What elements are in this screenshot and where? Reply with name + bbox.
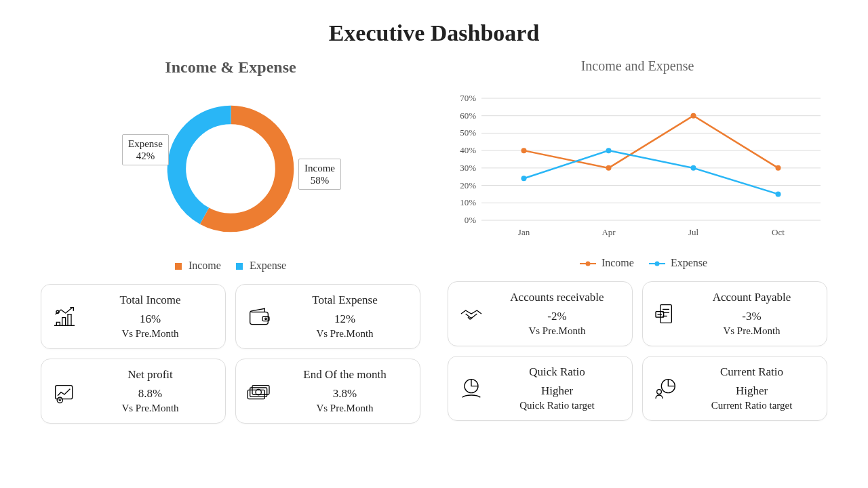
- svg-point-34: [776, 165, 781, 171]
- metric-card: Total Income16%Vs Pre.Month: [41, 284, 226, 349]
- metric-card-title: Total Expense: [281, 292, 409, 308]
- legend-marker-income: [580, 263, 596, 264]
- money-growth-icon: [50, 302, 79, 331]
- metric-card-sub: Vs Pre.Month: [281, 401, 409, 415]
- left-column: Income & Expense Income 58% Expense 42%: [41, 53, 420, 424]
- svg-text:Apr: Apr: [601, 227, 616, 237]
- metric-card-text: Net profit8.8%Vs Pre.Month: [86, 367, 214, 416]
- svg-point-38: [776, 191, 781, 197]
- metric-card-sub: Quick Ratio target: [493, 399, 621, 413]
- svg-point-36: [606, 148, 612, 153]
- svg-rect-5: [56, 386, 73, 399]
- donut-legend: Income Expense: [41, 260, 420, 272]
- metric-card-value: 8.8%: [86, 386, 214, 402]
- metric-card-text: Account Payable-3%Vs Pre.Month: [688, 289, 816, 339]
- metric-card: End Of the month3.8%Vs Pre.Month: [235, 359, 420, 424]
- metric-card-value: Higher: [493, 383, 621, 399]
- metric-card-value: 3.8%: [281, 386, 409, 402]
- donut-income-label-name: Income: [304, 162, 335, 174]
- wallet-icon: [244, 302, 274, 331]
- svg-text:Jan: Jan: [518, 227, 530, 237]
- donut-legend-income: Income: [189, 260, 221, 271]
- svg-text:30%: 30%: [460, 163, 476, 173]
- metric-card: Current RatioHigherCurrent Ratio target: [642, 356, 827, 421]
- line-legend: Income Expense: [448, 257, 827, 269]
- metric-card: Quick RatioHigherQuick Ratio target: [448, 356, 633, 421]
- metric-card-sub: Vs Pre.Month: [493, 324, 621, 338]
- svg-text:20%: 20%: [460, 180, 476, 190]
- metric-card-title: Quick Ratio: [493, 364, 621, 380]
- svg-text:70%: 70%: [460, 93, 476, 103]
- metric-card-title: Net profit: [86, 367, 214, 383]
- line-chart: 0%10%20%30%40%50%60%70%JanAprJulOct: [448, 78, 827, 254]
- donut-chart-title: Income & Expense: [41, 58, 420, 77]
- metric-card-value: Higher: [688, 383, 816, 399]
- pie-person-icon: [651, 373, 681, 403]
- svg-text:0%: 0%: [465, 215, 477, 225]
- metric-card-sub: Current Ratio target: [688, 399, 816, 413]
- metric-card-text: Total Income16%Vs Pre.Month: [86, 292, 214, 342]
- metric-card-title: Accounts receivable: [493, 289, 621, 306]
- donut-legend-expense: Expense: [250, 260, 286, 271]
- line-legend-income: Income: [601, 257, 634, 268]
- svg-text:40%: 40%: [460, 145, 476, 155]
- page-title: Executive Dashboard: [41, 20, 827, 46]
- metric-card-title: Account Payable: [688, 289, 816, 306]
- donut-expense-label: Expense 42%: [122, 134, 169, 165]
- svg-text:60%: 60%: [460, 110, 476, 121]
- receipt-icon: [651, 299, 681, 329]
- pie-hand-icon: [456, 373, 486, 403]
- metric-card-title: Current Ratio: [688, 364, 816, 380]
- svg-point-4: [265, 318, 267, 320]
- right-column: Income and Expense 0%10%20%30%40%50%60%7…: [448, 53, 827, 424]
- svg-text:Jul: Jul: [688, 227, 699, 237]
- svg-point-32: [606, 165, 612, 171]
- svg-rect-39: [660, 305, 672, 323]
- left-cards: Total Income16%Vs Pre.MonthTotal Expense…: [41, 284, 420, 424]
- metric-card-text: Current RatioHigherCurrent Ratio target: [688, 364, 816, 413]
- metric-card-text: Accounts receivable-2%Vs Pre.Month: [493, 289, 621, 339]
- svg-point-37: [691, 165, 696, 171]
- cash-stack-icon: [244, 376, 274, 406]
- metric-card-title: Total Income: [86, 292, 214, 308]
- legend-swatch-income: [175, 263, 182, 270]
- metric-card-text: Quick RatioHigherQuick Ratio target: [493, 364, 621, 413]
- metric-card-sub: Vs Pre.Month: [688, 324, 816, 338]
- svg-point-31: [521, 148, 527, 153]
- legend-swatch-expense: [236, 263, 243, 270]
- legend-marker-expense: [649, 263, 665, 264]
- line-chart-title: Income and Expense: [448, 58, 827, 74]
- donut-expense-label-name: Expense: [128, 138, 163, 150]
- svg-point-33: [691, 113, 696, 119]
- metric-card-value: -2%: [493, 308, 621, 325]
- metric-card-title: End Of the month: [281, 367, 409, 383]
- donut-svg: [159, 98, 302, 240]
- line-legend-expense: Expense: [671, 257, 707, 268]
- metric-card-text: Total Expense12%Vs Pre.Month: [281, 292, 409, 342]
- svg-text:50%: 50%: [460, 127, 476, 138]
- metric-card: Net profit8.8%Vs Pre.Month: [41, 359, 226, 424]
- metric-card-sub: Vs Pre.Month: [281, 327, 409, 341]
- dashboard: Income & Expense Income 58% Expense 42%: [41, 53, 827, 424]
- svg-point-41: [657, 390, 662, 394]
- metric-card-value: 12%: [281, 311, 409, 327]
- metric-card-text: End Of the month3.8%Vs Pre.Month: [281, 367, 409, 416]
- metric-card: Total Expense12%Vs Pre.Month: [235, 284, 420, 349]
- metric-card-sub: Vs Pre.Month: [86, 401, 214, 415]
- right-cards: Accounts receivable-2%Vs Pre.MonthAccoun…: [448, 281, 827, 421]
- profit-chart-icon: [50, 376, 79, 406]
- svg-text:10%: 10%: [460, 197, 476, 207]
- metric-card: Accounts receivable-2%Vs Pre.Month: [448, 281, 633, 346]
- svg-point-35: [521, 176, 527, 181]
- metric-card-sub: Vs Pre.Month: [86, 327, 214, 341]
- svg-text:Oct: Oct: [772, 227, 785, 237]
- donut-income-label-pct: 58%: [304, 174, 335, 186]
- metric-card-value: -3%: [688, 308, 816, 325]
- metric-card-value: 16%: [86, 311, 214, 327]
- line-chart-svg: 0%10%20%30%40%50%60%70%JanAprJulOct: [448, 78, 827, 254]
- donut-expense-label-pct: 42%: [128, 150, 163, 162]
- donut-income-label: Income 58%: [298, 159, 341, 190]
- handshake-icon: [456, 299, 486, 329]
- metric-card: Account Payable-3%Vs Pre.Month: [642, 281, 827, 346]
- donut-chart: Income 58% Expense 42%: [41, 81, 420, 257]
